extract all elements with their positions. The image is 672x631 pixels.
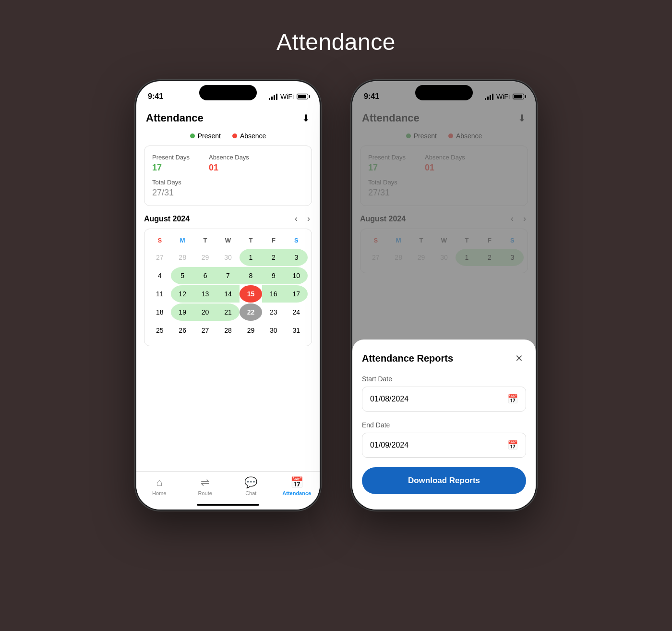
cal-cell-1[interactable]: 1 (240, 249, 262, 266)
cal-cell-29[interactable]: 29 (194, 249, 216, 266)
cal-cell-7[interactable]: 7 (216, 267, 239, 284)
route-label-1: Route (198, 490, 212, 496)
absence-days-value: 01 (209, 163, 249, 173)
cal-cell-17[interactable]: 17 (285, 285, 308, 303)
signal-bar-1 (269, 98, 270, 100)
cal-cell-21[interactable]: 21 (216, 303, 239, 321)
status-time-1: 9:41 (148, 92, 163, 101)
absence-dot-1 (232, 133, 237, 138)
cal-cell-8[interactable]: 8 (240, 267, 262, 284)
cal-cell-29b[interactable]: 29 (240, 322, 262, 339)
cal-cell-27[interactable]: 27 (148, 249, 171, 266)
modal-header: Attendance Reports ✕ (362, 351, 526, 365)
cal-cell-20[interactable]: 20 (194, 303, 216, 321)
nav-home-1[interactable]: ⌂ Home (143, 476, 176, 496)
attendance-label-1: Attendance (282, 490, 311, 496)
total-days-value: 27/31 (152, 188, 304, 198)
phones-container: 9:41 WiFi Att (134, 79, 538, 511)
cal-cell-15[interactable]: 15 (240, 285, 262, 303)
cal-cell-11[interactable]: 11 (148, 285, 171, 303)
calendar-header-1: August 2024 ‹ › (136, 214, 320, 229)
cal-week-3: 11 12 13 14 15 16 17 (148, 285, 308, 303)
signal-bar-2 (271, 97, 273, 100)
cal-cell-13[interactable]: 13 (194, 285, 216, 303)
start-date-label: Start Date (362, 375, 526, 383)
cal-cell-30[interactable]: 30 (216, 249, 239, 266)
chat-icon-1: 💬 (244, 476, 257, 489)
modal-title: Attendance Reports (362, 353, 453, 364)
cal-cell-22[interactable]: 22 (240, 303, 262, 321)
nav-attendance-1[interactable]: 📅 Attendance (280, 476, 313, 496)
cal-cell-27b[interactable]: 27 (194, 322, 216, 339)
dynamic-island-2 (415, 85, 473, 100)
cal-cell-28b[interactable]: 28 (216, 322, 239, 339)
wifi-icon-1: WiFi (280, 93, 294, 100)
present-dot-1 (190, 133, 195, 138)
cal-cell-14[interactable]: 14 (216, 285, 239, 303)
cal-cell-4[interactable]: 4 (148, 267, 171, 284)
end-date-input[interactable]: 01/09/2024 📅 (362, 433, 526, 458)
dynamic-island-1 (199, 85, 257, 100)
calendar-month-1: August 2024 (144, 215, 190, 223)
attendance-icon-1: 📅 (290, 476, 303, 489)
absence-label-1: Absence (240, 132, 266, 140)
cal-week-5: 25 26 27 28 29 30 31 (148, 322, 308, 339)
absence-days-label: Absence Days (209, 154, 249, 161)
phone-1: 9:41 WiFi Att (134, 79, 322, 511)
status-icons-1: WiFi (269, 93, 308, 100)
cal-cell-18[interactable]: 18 (148, 303, 171, 321)
app-title-1: Attendance (146, 112, 204, 124)
cal-cell-19[interactable]: 19 (171, 303, 193, 321)
day-name-thu: T (240, 235, 262, 246)
cal-cell-30b[interactable]: 30 (262, 322, 285, 339)
start-date-calendar-icon: 📅 (507, 394, 518, 404)
cal-cell-24[interactable]: 24 (285, 303, 308, 321)
home-icon-1: ⌂ (156, 476, 162, 489)
cal-cell-25[interactable]: 25 (148, 322, 171, 339)
download-icon-1[interactable]: ⬇ (302, 112, 310, 124)
cal-cell-26[interactable]: 26 (171, 322, 193, 339)
cal-cell-16[interactable]: 16 (262, 285, 285, 303)
end-date-calendar-icon: 📅 (507, 440, 518, 450)
cal-cell-31[interactable]: 31 (285, 322, 308, 339)
legend-absence-1: Absence (232, 132, 266, 140)
cal-nav-1: ‹ › (293, 214, 312, 224)
cal-cell-10[interactable]: 10 (285, 267, 308, 284)
home-label-1: Home (152, 490, 166, 496)
page-title: Attendance (276, 29, 396, 55)
attendance-reports-modal: Attendance Reports ✕ Start Date 01/08/20… (352, 340, 536, 510)
signal-bars-1 (269, 93, 277, 100)
cal-cell-9[interactable]: 9 (262, 267, 285, 284)
end-date-value: 01/09/2024 (370, 441, 408, 449)
absence-days-stat: Absence Days 01 (209, 154, 249, 173)
bottom-nav-1: ⌂ Home ⇌ Route 💬 Chat 📅 Attendance (136, 471, 320, 500)
day-name-sun: S (148, 235, 171, 246)
start-date-value: 01/08/2024 (370, 395, 408, 403)
day-name-fri: F (262, 235, 285, 246)
start-date-input[interactable]: 01/08/2024 📅 (362, 387, 526, 412)
cal-cell-3[interactable]: 3 (285, 249, 308, 266)
present-label-1: Present (198, 132, 221, 140)
day-name-tue: T (194, 235, 216, 246)
modal-close-button[interactable]: ✕ (512, 351, 526, 365)
route-icon-1: ⇌ (201, 476, 209, 489)
chat-label-1: Chat (245, 490, 256, 496)
calendar-grid-1: S M T W T F S 27 28 29 30 1 (144, 229, 312, 346)
cal-cell-28[interactable]: 28 (171, 249, 193, 266)
cal-cell-23[interactable]: 23 (262, 303, 285, 321)
present-days-label: Present Days (152, 154, 190, 161)
day-name-sat: S (285, 235, 308, 246)
cal-cell-5[interactable]: 5 (171, 267, 193, 284)
cal-next-btn-1[interactable]: › (305, 214, 312, 224)
cal-cell-2[interactable]: 2 (262, 249, 285, 266)
stats-card-1: Present Days 17 Absence Days 01 Total Da… (144, 146, 312, 206)
legend-1: Present Absence (136, 130, 320, 146)
end-date-label: End Date (362, 421, 526, 429)
nav-chat-1[interactable]: 💬 Chat (234, 476, 268, 496)
nav-route-1[interactable]: ⇌ Route (188, 476, 222, 496)
cal-cell-6[interactable]: 6 (194, 267, 216, 284)
signal-bar-4 (276, 94, 277, 100)
cal-cell-12[interactable]: 12 (171, 285, 193, 303)
download-reports-button[interactable]: Download Reports (362, 467, 526, 494)
cal-prev-btn-1[interactable]: ‹ (293, 214, 300, 224)
